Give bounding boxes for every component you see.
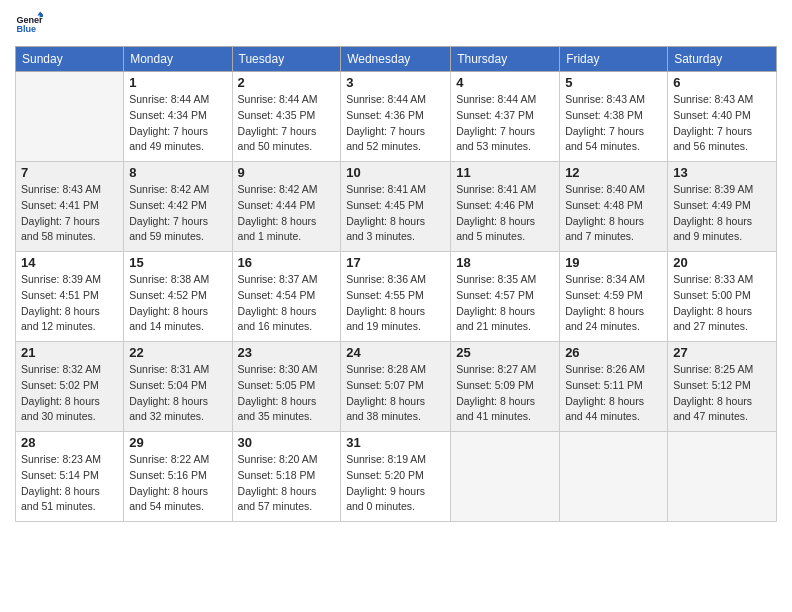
calendar-day-cell: 27 Sunrise: 8:25 AM Sunset: 5:12 PM Dayl… <box>668 342 777 432</box>
day-info: Sunrise: 8:42 AM Sunset: 4:42 PM Dayligh… <box>129 182 226 245</box>
day-number: 8 <box>129 165 226 180</box>
sunrise-label: Sunrise: 8:39 AM <box>673 183 753 195</box>
sunset-label: Sunset: 4:34 PM <box>129 109 207 121</box>
weekday-header-cell: Tuesday <box>232 47 341 72</box>
sunset-label: Sunset: 4:42 PM <box>129 199 207 211</box>
sunrise-label: Sunrise: 8:27 AM <box>456 363 536 375</box>
logo-icon: General Blue <box>15 10 43 38</box>
sunrise-label: Sunrise: 8:32 AM <box>21 363 101 375</box>
weekday-header-row: SundayMondayTuesdayWednesdayThursdayFrid… <box>16 47 777 72</box>
day-info: Sunrise: 8:20 AM Sunset: 5:18 PM Dayligh… <box>238 452 336 515</box>
daylight-label: Daylight: 8 hours and 41 minutes. <box>456 395 535 423</box>
day-info: Sunrise: 8:26 AM Sunset: 5:11 PM Dayligh… <box>565 362 662 425</box>
daylight-label: Daylight: 8 hours and 3 minutes. <box>346 215 425 243</box>
sunrise-label: Sunrise: 8:44 AM <box>346 93 426 105</box>
daylight-label: Daylight: 7 hours and 56 minutes. <box>673 125 752 153</box>
daylight-label: Daylight: 8 hours and 9 minutes. <box>673 215 752 243</box>
day-number: 12 <box>565 165 662 180</box>
day-number: 28 <box>21 435 118 450</box>
day-info: Sunrise: 8:38 AM Sunset: 4:52 PM Dayligh… <box>129 272 226 335</box>
day-info: Sunrise: 8:28 AM Sunset: 5:07 PM Dayligh… <box>346 362 445 425</box>
day-number: 4 <box>456 75 554 90</box>
weekday-header-cell: Monday <box>124 47 232 72</box>
calendar-week-row: 14 Sunrise: 8:39 AM Sunset: 4:51 PM Dayl… <box>16 252 777 342</box>
calendar-day-cell: 2 Sunrise: 8:44 AM Sunset: 4:35 PM Dayli… <box>232 72 341 162</box>
daylight-label: Daylight: 8 hours and 16 minutes. <box>238 305 317 333</box>
day-number: 6 <box>673 75 771 90</box>
day-number: 29 <box>129 435 226 450</box>
day-info: Sunrise: 8:43 AM Sunset: 4:41 PM Dayligh… <box>21 182 118 245</box>
daylight-label: Daylight: 8 hours and 38 minutes. <box>346 395 425 423</box>
sunset-label: Sunset: 4:45 PM <box>346 199 424 211</box>
sunrise-label: Sunrise: 8:19 AM <box>346 453 426 465</box>
svg-text:General: General <box>16 15 43 25</box>
sunrise-label: Sunrise: 8:28 AM <box>346 363 426 375</box>
daylight-label: Daylight: 8 hours and 32 minutes. <box>129 395 208 423</box>
sunrise-label: Sunrise: 8:39 AM <box>21 273 101 285</box>
calendar-day-cell: 18 Sunrise: 8:35 AM Sunset: 4:57 PM Dayl… <box>451 252 560 342</box>
day-number: 14 <box>21 255 118 270</box>
sunset-label: Sunset: 4:51 PM <box>21 289 99 301</box>
day-number: 18 <box>456 255 554 270</box>
daylight-label: Daylight: 8 hours and 7 minutes. <box>565 215 644 243</box>
day-info: Sunrise: 8:27 AM Sunset: 5:09 PM Dayligh… <box>456 362 554 425</box>
day-info: Sunrise: 8:43 AM Sunset: 4:40 PM Dayligh… <box>673 92 771 155</box>
calendar-day-cell: 7 Sunrise: 8:43 AM Sunset: 4:41 PM Dayli… <box>16 162 124 252</box>
day-info: Sunrise: 8:22 AM Sunset: 5:16 PM Dayligh… <box>129 452 226 515</box>
day-info: Sunrise: 8:31 AM Sunset: 5:04 PM Dayligh… <box>129 362 226 425</box>
day-info: Sunrise: 8:44 AM Sunset: 4:36 PM Dayligh… <box>346 92 445 155</box>
sunrise-label: Sunrise: 8:44 AM <box>238 93 318 105</box>
calendar-day-cell: 4 Sunrise: 8:44 AM Sunset: 4:37 PM Dayli… <box>451 72 560 162</box>
daylight-label: Daylight: 8 hours and 35 minutes. <box>238 395 317 423</box>
sunrise-label: Sunrise: 8:31 AM <box>129 363 209 375</box>
sunset-label: Sunset: 4:37 PM <box>456 109 534 121</box>
sunset-label: Sunset: 5:18 PM <box>238 469 316 481</box>
calendar-day-cell: 1 Sunrise: 8:44 AM Sunset: 4:34 PM Dayli… <box>124 72 232 162</box>
calendar-day-cell <box>560 432 668 522</box>
day-number: 3 <box>346 75 445 90</box>
calendar-day-cell: 31 Sunrise: 8:19 AM Sunset: 5:20 PM Dayl… <box>341 432 451 522</box>
sunset-label: Sunset: 4:54 PM <box>238 289 316 301</box>
sunset-label: Sunset: 4:40 PM <box>673 109 751 121</box>
sunrise-label: Sunrise: 8:33 AM <box>673 273 753 285</box>
daylight-label: Daylight: 7 hours and 54 minutes. <box>565 125 644 153</box>
sunrise-label: Sunrise: 8:22 AM <box>129 453 209 465</box>
day-number: 5 <box>565 75 662 90</box>
day-info: Sunrise: 8:34 AM Sunset: 4:59 PM Dayligh… <box>565 272 662 335</box>
day-info: Sunrise: 8:40 AM Sunset: 4:48 PM Dayligh… <box>565 182 662 245</box>
sunset-label: Sunset: 5:09 PM <box>456 379 534 391</box>
calendar-day-cell: 22 Sunrise: 8:31 AM Sunset: 5:04 PM Dayl… <box>124 342 232 432</box>
daylight-label: Daylight: 8 hours and 19 minutes. <box>346 305 425 333</box>
weekday-header-cell: Wednesday <box>341 47 451 72</box>
day-info: Sunrise: 8:44 AM Sunset: 4:37 PM Dayligh… <box>456 92 554 155</box>
sunrise-label: Sunrise: 8:43 AM <box>673 93 753 105</box>
calendar-day-cell: 24 Sunrise: 8:28 AM Sunset: 5:07 PM Dayl… <box>341 342 451 432</box>
day-info: Sunrise: 8:32 AM Sunset: 5:02 PM Dayligh… <box>21 362 118 425</box>
sunset-label: Sunset: 5:11 PM <box>565 379 643 391</box>
sunrise-label: Sunrise: 8:26 AM <box>565 363 645 375</box>
weekday-header-cell: Thursday <box>451 47 560 72</box>
sunrise-label: Sunrise: 8:25 AM <box>673 363 753 375</box>
sunrise-label: Sunrise: 8:34 AM <box>565 273 645 285</box>
sunset-label: Sunset: 5:02 PM <box>21 379 99 391</box>
sunrise-label: Sunrise: 8:30 AM <box>238 363 318 375</box>
calendar-day-cell: 20 Sunrise: 8:33 AM Sunset: 5:00 PM Dayl… <box>668 252 777 342</box>
calendar-day-cell: 5 Sunrise: 8:43 AM Sunset: 4:38 PM Dayli… <box>560 72 668 162</box>
sunrise-label: Sunrise: 8:37 AM <box>238 273 318 285</box>
daylight-label: Daylight: 8 hours and 27 minutes. <box>673 305 752 333</box>
calendar-week-row: 1 Sunrise: 8:44 AM Sunset: 4:34 PM Dayli… <box>16 72 777 162</box>
sunset-label: Sunset: 5:00 PM <box>673 289 751 301</box>
calendar-day-cell <box>451 432 560 522</box>
sunset-label: Sunset: 4:35 PM <box>238 109 316 121</box>
day-info: Sunrise: 8:44 AM Sunset: 4:34 PM Dayligh… <box>129 92 226 155</box>
day-number: 10 <box>346 165 445 180</box>
sunset-label: Sunset: 4:57 PM <box>456 289 534 301</box>
weekday-header-cell: Saturday <box>668 47 777 72</box>
sunset-label: Sunset: 4:55 PM <box>346 289 424 301</box>
sunrise-label: Sunrise: 8:36 AM <box>346 273 426 285</box>
day-number: 13 <box>673 165 771 180</box>
daylight-label: Daylight: 8 hours and 1 minute. <box>238 215 317 243</box>
daylight-label: Daylight: 7 hours and 58 minutes. <box>21 215 100 243</box>
sunrise-label: Sunrise: 8:20 AM <box>238 453 318 465</box>
logo: General Blue <box>15 10 43 38</box>
